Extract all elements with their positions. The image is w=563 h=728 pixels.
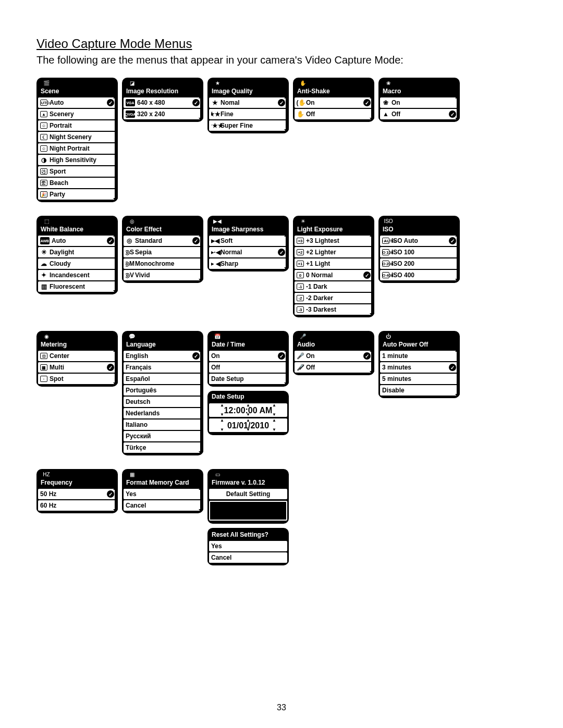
menu-item[interactable]: ☾Night Scenery (38, 132, 116, 142)
menu-item[interactable]: ▥Fluorescent (38, 281, 116, 292)
menu-item[interactable]: ☀Daylight (38, 247, 116, 257)
menu-tab-icon: ◉ (40, 332, 53, 341)
menu-item[interactable]: Yes (209, 541, 287, 551)
option-label: Deutsch (126, 398, 150, 405)
menu-item[interactable]: ◎SSepia (124, 247, 202, 257)
menu-list: ◎Standard✓◎SSepia◎MMonochrome◎VVivid (122, 236, 203, 280)
menu-item[interactable]: ☁Cloudy (38, 258, 116, 269)
menu-item[interactable]: ((✋On✓ (295, 97, 373, 108)
date-setup-time[interactable]: ▲▲▲12:00:00 AM▼▼▼ (209, 403, 287, 417)
menu-item[interactable]: -2-2 Darker (295, 293, 373, 303)
menu-item[interactable]: ★Nomal✓ (209, 97, 287, 108)
menu-item[interactable]: Yes (124, 489, 202, 499)
menu-item[interactable]: VGA640 x 480✓ (124, 97, 202, 108)
menu-item[interactable]: 1 minute (380, 351, 458, 361)
menu-item[interactable]: ✋Off (295, 109, 373, 119)
menu-item[interactable]: ◎VVivid (124, 270, 202, 280)
menu-item[interactable]: 🎉Party (38, 189, 116, 200)
menu-item[interactable]: QVGA320 x 240 (124, 109, 202, 119)
menu-item[interactable]: Türkçe (124, 442, 202, 453)
option-label: Türkçe (126, 444, 146, 451)
menu-item[interactable]: 5 minutes (380, 374, 458, 384)
menu-item[interactable]: Português (124, 385, 202, 396)
menu-item[interactable]: ISO 400ISO 400 (380, 270, 458, 280)
menu-item[interactable]: ◎Standard✓ (124, 236, 202, 246)
menu-item[interactable]: Disable (380, 385, 458, 396)
menu-list: 1 minute3 minutes✓5 minutesDisable (378, 351, 460, 396)
menu-item[interactable]: +3+3 Lightest (295, 236, 373, 246)
option-label: Cancel (126, 502, 146, 509)
menu-item[interactable]: 50 Hz✓ (38, 489, 116, 499)
menu-item[interactable]: ◦Spot (38, 374, 116, 384)
option-label: -2 Darker (306, 294, 333, 302)
menu-item[interactable]: ⚽Sport (38, 166, 116, 177)
menu-item[interactable]: ▶·◀Normal✓ (209, 247, 287, 257)
menu-item[interactable]: -1-1 Dark (295, 281, 373, 292)
option-icon: AWB (40, 237, 50, 244)
option-icon: ◑ (40, 157, 47, 163)
menu-item[interactable]: ISO 100ISO 100 (380, 247, 458, 257)
menu-item[interactable]: ▲Scenery (38, 109, 116, 119)
menu-item[interactable]: Cancel (209, 552, 287, 563)
menu-item[interactable]: Italiano (124, 419, 202, 430)
menu-item[interactable]: English✓ (124, 351, 202, 361)
option-label: Spot (50, 375, 64, 382)
menu-item[interactable]: ✦Incandescent (38, 270, 116, 280)
option-label: Night Portrait (50, 145, 90, 152)
option-label: Cloudy (50, 260, 71, 267)
menu-item[interactable]: -3-3 Darkest (295, 304, 373, 315)
option-label: Standard (135, 237, 162, 244)
menu-item[interactable]: 3 minutes✓ (380, 362, 458, 373)
menu-item[interactable]: ★★Fine (209, 109, 287, 119)
menu-item[interactable]: ⛱Beach (38, 178, 116, 188)
menu-item[interactable]: ☺Portrait (38, 120, 116, 131)
menu-item[interactable]: AUTOAuto✓ (38, 97, 116, 108)
option-label: High Sensitivity (50, 156, 96, 164)
date-setup-date[interactable]: ▲▲▲01/01/2010▼▼▼ (209, 418, 287, 432)
option-icon: ☺ (40, 145, 47, 152)
menu-item[interactable]: On✓ (209, 351, 287, 361)
menu-item[interactable]: Deutsch (124, 397, 202, 407)
menu-list: YesCancel (207, 541, 289, 563)
menu-item[interactable]: 60 Hz (38, 500, 116, 511)
menu-item[interactable]: 00 Normal✓ (295, 270, 373, 280)
default-setting-button[interactable]: Default Setting (209, 489, 287, 499)
menu-item[interactable]: 🎤̸Off (295, 362, 373, 373)
option-icon: -2 (297, 295, 304, 301)
menu-item[interactable]: Cancel (124, 500, 202, 511)
menu-item[interactable]: Nederlands (124, 408, 202, 418)
firmware-preview (209, 501, 287, 521)
scroll-indicator (200, 488, 203, 511)
menu-item[interactable]: ▦Multi✓ (38, 362, 116, 373)
menu-item[interactable]: ★★★Super Fine (209, 120, 287, 131)
grid-cell: ⬚White BalanceAWBAuto✓☀Daylight☁Cloudy✦I… (36, 216, 120, 322)
scroll-indicator (115, 96, 117, 200)
menu-item[interactable]: 🎤On✓ (295, 351, 373, 361)
menu-item[interactable]: ▶◀Soft (209, 236, 287, 246)
menu-item[interactable]: ISO AUTOISO Auto✓ (380, 236, 458, 246)
grid-cell: 📅Date / TimeOn✓OffDate SetupDate Setup▲▲… (207, 331, 291, 460)
menu-item[interactable]: ◑High Sensitivity (38, 155, 116, 165)
menu-item[interactable]: AWBAuto✓ (38, 236, 116, 246)
menu-item[interactable]: ❀On (380, 97, 458, 108)
menu-header: Metering (36, 339, 118, 351)
option-icon: ISO 100 (382, 249, 389, 255)
menu-item[interactable]: Русский (124, 431, 202, 441)
page-number: 33 (0, 703, 563, 712)
menu-item[interactable]: ☺Night Portrait (38, 143, 116, 154)
menu-item[interactable]: ◎MMonochrome (124, 258, 202, 269)
menu-item[interactable]: ▲Off✓ (380, 109, 458, 119)
option-label: Nederlands (126, 410, 160, 417)
menu-item[interactable]: +1+1 Light (295, 258, 373, 269)
menu-card-language: 💬LanguageEnglish✓FrançaisEspañolPortuguê… (122, 331, 203, 455)
menu-card-white_balance: ⬚White BalanceAWBAuto✓☀Daylight☁Cloudy✦I… (36, 216, 118, 294)
menu-item[interactable]: ▶ ◀Sharp (209, 258, 287, 269)
menu-item[interactable]: Español (124, 374, 202, 384)
menu-item[interactable]: Off (209, 362, 287, 373)
scroll-indicator (200, 350, 203, 453)
menu-item[interactable]: Français (124, 362, 202, 373)
menu-item[interactable]: +2+2 Lighter (295, 247, 373, 257)
menu-item[interactable]: ⊡Center (38, 351, 116, 361)
menu-item[interactable]: ISO 200ISO 200 (380, 258, 458, 269)
menu-item[interactable]: Date Setup (209, 374, 287, 384)
